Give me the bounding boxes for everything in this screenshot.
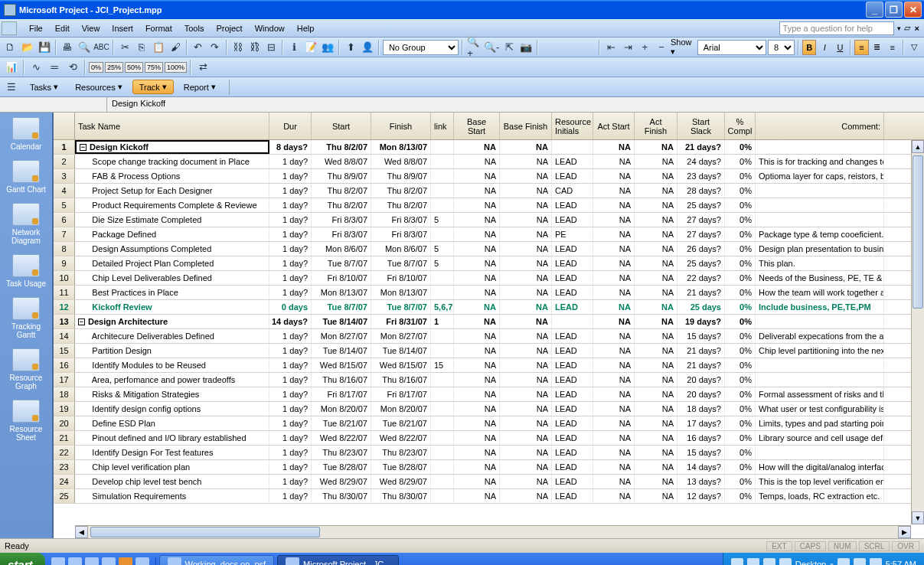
cell-act-finish[interactable]: NA — [635, 489, 677, 503]
cell-comment[interactable]: What user or test configurability is — [756, 402, 884, 416]
goto-task-icon[interactable]: ⇱ — [501, 39, 517, 56]
menu-insert[interactable]: Insert — [106, 21, 139, 35]
control-menu-icon[interactable] — [2, 21, 17, 35]
cell-finish[interactable]: Mon 8/27/07 — [371, 329, 431, 343]
cell-finish[interactable]: Thu 8/23/07 — [371, 446, 431, 459]
cell-act-finish[interactable]: NA — [635, 286, 677, 299]
tray-chevron-icon[interactable]: » — [830, 561, 833, 566]
cell-base-finish[interactable]: NA — [500, 300, 552, 314]
cell-start-slack[interactable]: 20 days? — [677, 373, 725, 387]
cell-act-finish[interactable]: NA — [635, 460, 677, 474]
format-painter-icon[interactable]: 🖌 — [168, 39, 183, 56]
underline-button[interactable]: U — [833, 40, 847, 55]
col-link[interactable]: link — [431, 113, 454, 139]
tray-icon[interactable] — [779, 558, 792, 565]
cell-duration[interactable]: 1 day? — [269, 242, 312, 256]
formula-input[interactable]: Design Kickoff — [107, 97, 924, 112]
cell-start[interactable]: Fri 8/17/07 — [312, 387, 371, 401]
cell-pct-complete[interactable]: 0% — [725, 213, 756, 227]
cell-task-name[interactable]: FAB & Process Options — [75, 169, 269, 183]
cell-task-name[interactable]: Design Assumptions Completed — [75, 242, 269, 256]
cell-task-name[interactable]: Pinout defined and I/O library establish… — [75, 431, 269, 445]
row-number[interactable]: 1 — [54, 140, 75, 154]
pct-75-button[interactable]: 75% — [145, 62, 163, 73]
cell-base-start[interactable]: NA — [454, 169, 500, 183]
table-row[interactable]: 7 Package Defined1 day?Fri 8/3/07Fri 8/3… — [54, 227, 924, 242]
cell-pct-complete[interactable]: 0% — [725, 198, 756, 212]
cell-comment[interactable]: Needs of the Business, PE, TE & o — [756, 271, 884, 285]
help-dropdown-icon[interactable]: ▾ — [897, 24, 901, 32]
col-finish[interactable]: Finish — [371, 113, 431, 139]
cell-link[interactable] — [431, 475, 454, 488]
cell-duration[interactable]: 1 day? — [269, 446, 312, 459]
cell-resource[interactable]: LEAD — [552, 489, 593, 503]
cell-task-name[interactable]: Product Requirements Complete & Reviewe — [75, 198, 269, 212]
collapse-icon[interactable]: − — [80, 144, 87, 151]
cell-base-finish[interactable]: NA — [500, 431, 552, 445]
cell-pct-complete[interactable]: 0% — [725, 315, 756, 328]
report-dropdown[interactable]: Report ▾ — [177, 80, 223, 94]
cell-finish[interactable]: Fri 8/10/07 — [371, 271, 431, 285]
cell-duration[interactable]: 14 days? — [269, 315, 312, 328]
cell-start-slack[interactable]: 21 days? — [677, 358, 725, 372]
cell-resource[interactable]: LEAD — [552, 256, 593, 270]
cell-task-name[interactable]: Area, perfomance and power tradeoffs — [75, 373, 269, 387]
cell-finish[interactable]: Thu 8/16/07 — [371, 373, 431, 387]
cell-comment[interactable] — [756, 446, 884, 459]
cell-resource[interactable]: LEAD — [552, 198, 593, 212]
tray-icon[interactable] — [731, 558, 743, 565]
cell-duration[interactable]: 8 days? — [269, 140, 312, 154]
col-act-finish[interactable]: Act Finish — [635, 113, 677, 139]
cell-task-name[interactable]: Best Practices in Place — [75, 286, 269, 299]
publish-icon[interactable]: ⬆ — [343, 39, 358, 56]
cell-act-start[interactable]: NA — [593, 315, 635, 328]
cell-base-finish[interactable]: NA — [500, 402, 552, 416]
cell-pct-complete[interactable]: 0% — [725, 271, 756, 285]
cell-start[interactable]: Fri 8/3/07 — [312, 213, 371, 227]
cell-start[interactable]: Tue 8/21/07 — [312, 416, 371, 430]
cell-start[interactable]: Tue 8/28/07 — [312, 460, 371, 474]
cell-resource[interactable]: LEAD — [552, 460, 593, 474]
cell-resource[interactable]: CAD — [552, 184, 593, 198]
cell-base-start[interactable]: NA — [454, 184, 500, 198]
print-icon[interactable]: 🖶 — [60, 39, 75, 56]
close-doc-button[interactable]: × — [915, 24, 919, 33]
font-name-combo[interactable]: Arial — [697, 40, 766, 55]
cell-pct-complete[interactable]: 0% — [725, 140, 756, 154]
quick-launch-icon[interactable] — [119, 557, 132, 565]
quick-launch-icon[interactable] — [51, 557, 65, 565]
cell-link[interactable] — [431, 140, 454, 154]
hide-subtasks-icon[interactable]: − — [654, 39, 669, 56]
cell-duration[interactable]: 1 day? — [269, 329, 312, 343]
cell-comment[interactable]: Chip level partitioning into the next — [756, 344, 884, 358]
pct-0-button[interactable]: 0% — [89, 62, 103, 73]
cell-act-start[interactable]: NA — [593, 271, 635, 285]
cell-duration[interactable]: 1 day? — [269, 475, 312, 488]
new-icon[interactable]: 🗋 — [3, 39, 18, 56]
cell-base-start[interactable]: NA — [454, 198, 500, 212]
update-schedule-icon[interactable]: ⇄ — [194, 59, 211, 76]
menu-project[interactable]: Project — [210, 21, 248, 35]
reschedule-icon[interactable]: ⟲ — [64, 59, 81, 76]
cell-act-finish[interactable]: NA — [635, 155, 677, 168]
cell-task-name[interactable]: Partition Design — [75, 344, 269, 358]
table-row[interactable]: 22 Identify Design For Test features1 da… — [54, 446, 924, 460]
cell-duration[interactable]: 1 day? — [269, 489, 312, 503]
cell-finish[interactable]: Thu 8/30/07 — [371, 489, 431, 503]
print-preview-icon[interactable]: 🔍 — [77, 39, 92, 56]
undo-icon[interactable]: ↶ — [191, 39, 206, 56]
filter-icon[interactable]: ▽ — [907, 40, 921, 55]
cell-duration[interactable]: 1 day? — [269, 286, 312, 299]
cell-comment[interactable]: This plan. — [756, 256, 884, 270]
row-number[interactable]: 16 — [54, 358, 75, 372]
cell-act-finish[interactable]: NA — [635, 242, 677, 256]
cell-resource[interactable]: LEAD — [552, 344, 593, 358]
cell-base-start[interactable]: NA — [454, 300, 500, 314]
zoom-in-icon[interactable]: 🔍+ — [466, 39, 482, 56]
cell-act-start[interactable]: NA — [593, 402, 635, 416]
cell-base-start[interactable]: NA — [454, 286, 500, 299]
show-subtasks-icon[interactable]: + — [637, 39, 652, 56]
cell-act-start[interactable]: NA — [593, 475, 635, 488]
cell-link[interactable] — [431, 416, 454, 430]
cell-link[interactable] — [431, 489, 454, 503]
